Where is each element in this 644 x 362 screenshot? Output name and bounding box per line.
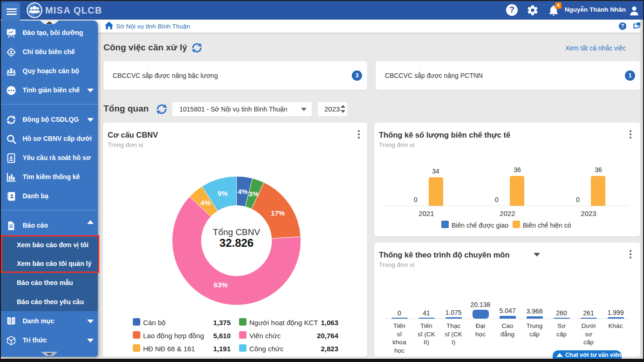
- svg-text:9%: 9%: [218, 189, 228, 197]
- svg-text:63%: 63%: [214, 281, 228, 289]
- svg-text:4%: 4%: [238, 188, 248, 195]
- svg-text:17%: 17%: [271, 209, 285, 217]
- svg-text:4%: 4%: [200, 199, 211, 207]
- svg-text:3%: 3%: [249, 190, 259, 198]
- svg-text:Tổng CBNV: Tổng CBNV: [213, 227, 260, 237]
- svg-text:32.826: 32.826: [219, 237, 253, 249]
